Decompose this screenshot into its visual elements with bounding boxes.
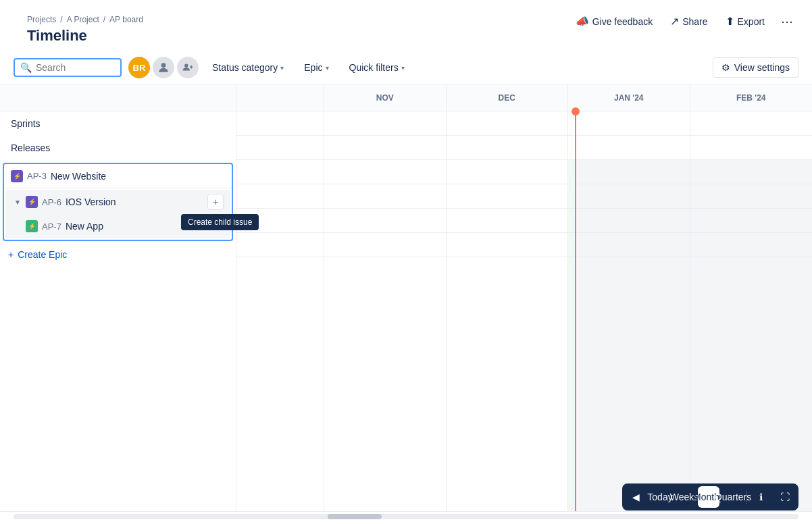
avatar-br[interactable]: BR bbox=[128, 57, 150, 78]
page-header: Projects / A Project / AP board Timeline… bbox=[0, 0, 812, 51]
expand-icon: ⛶ bbox=[780, 492, 790, 502]
nav-divider bbox=[746, 490, 747, 504]
share-button[interactable]: ↗ Share bbox=[663, 11, 714, 32]
svg-point-0 bbox=[161, 63, 166, 68]
epic-id-ap7: AP-7 bbox=[42, 221, 61, 232]
scrollbar-area bbox=[0, 511, 812, 521]
left-panel: Sprints Releases ⚡ AP-3 New Website bbox=[0, 84, 236, 511]
plus-icon: + bbox=[8, 249, 14, 260]
chevron-down-icon: ▾ bbox=[326, 64, 329, 72]
breadcrumb-project[interactable]: A Project bbox=[67, 15, 99, 24]
releases-grid-row bbox=[236, 136, 812, 160]
today-line bbox=[575, 111, 576, 511]
chevron-down-icon: ▾ bbox=[280, 64, 284, 72]
create-child-tooltip: Create child issue bbox=[181, 214, 259, 230]
breadcrumb-projects[interactable]: Projects bbox=[27, 15, 56, 24]
today-button[interactable]: Today bbox=[649, 486, 671, 508]
epic-filter[interactable]: Epic ▾ bbox=[297, 59, 335, 76]
ap6-grid-row bbox=[236, 184, 812, 209]
empty-grid-rows bbox=[236, 257, 812, 511]
megaphone-icon: 📣 bbox=[576, 15, 589, 28]
page-title: Timeline bbox=[14, 27, 157, 51]
view-settings-button[interactable]: ⚙ View settings bbox=[713, 57, 798, 78]
header-actions: 📣 Give feedback ↗ Share ⬆ Export ⋯ bbox=[569, 7, 798, 32]
avatar-group: BR bbox=[128, 57, 199, 78]
weeks-button[interactable]: Weeks bbox=[674, 486, 695, 508]
collapse-arrow-ap6[interactable]: ▼ bbox=[12, 196, 23, 207]
share-icon: ↗ bbox=[670, 15, 679, 28]
info-icon: ℹ bbox=[759, 492, 763, 502]
sprints-grid-row bbox=[236, 111, 812, 136]
left-header bbox=[0, 84, 236, 111]
more-button[interactable]: ⋯ bbox=[776, 11, 798, 32]
status-category-filter[interactable]: Status category ▾ bbox=[205, 59, 290, 76]
ap7-grid-row bbox=[236, 209, 812, 233]
month-dec: DEC bbox=[447, 84, 569, 111]
breadcrumb-sep2: / bbox=[103, 15, 105, 24]
add-child-button[interactable]: + bbox=[207, 194, 224, 210]
epic-section-ap6: ▼ ⚡ AP-6 IOS Version + Create child issu… bbox=[5, 190, 230, 238]
avatar-anon[interactable] bbox=[153, 57, 174, 78]
right-panel: NOV DEC JAN '24 FEB '24 bbox=[236, 84, 812, 511]
search-icon: 🔍 bbox=[20, 62, 32, 73]
search-box[interactable]: 🔍 bbox=[14, 58, 122, 77]
settings-icon: ⚙ bbox=[721, 62, 730, 73]
scroll-thumb[interactable] bbox=[328, 514, 382, 519]
month-nov: NOV bbox=[324, 84, 447, 111]
main-content: Sprints Releases ⚡ AP-3 New Website bbox=[0, 84, 812, 521]
epic-row-ap3[interactable]: ⚡ AP-3 New Website bbox=[4, 164, 232, 188]
create-epic-button[interactable]: + Create Epic bbox=[0, 244, 236, 265]
ap3-grid-row bbox=[236, 160, 812, 184]
bottom-nav: ◀ Today Weeks Months Quarters ℹ ⛶ bbox=[622, 483, 798, 510]
breadcrumb-sep1: / bbox=[60, 15, 62, 24]
today-marker bbox=[572, 107, 580, 115]
breadcrumb-board: AP board bbox=[109, 15, 143, 24]
month-cell-empty bbox=[236, 84, 324, 111]
epic-id-ap6: AP-6 bbox=[42, 197, 61, 207]
month-header: NOV DEC JAN '24 FEB '24 bbox=[236, 84, 812, 111]
prev-button[interactable]: ◀ bbox=[625, 486, 646, 508]
breadcrumb: Projects / A Project / AP board bbox=[14, 7, 157, 27]
quick-filters-filter[interactable]: Quick filters ▾ bbox=[342, 59, 411, 76]
epic-name-ap7: New App bbox=[66, 221, 103, 232]
quarters-button[interactable]: Quarters bbox=[722, 486, 744, 508]
search-input[interactable] bbox=[36, 62, 115, 73]
sprints-row-label: Sprints bbox=[0, 111, 236, 136]
header-left: Projects / A Project / AP board Timeline bbox=[14, 7, 157, 51]
create-epic-grid-row bbox=[236, 233, 812, 257]
add-assignee-button[interactable] bbox=[177, 57, 199, 78]
info-button[interactable]: ℹ bbox=[750, 486, 771, 508]
scroll-track[interactable] bbox=[14, 514, 798, 519]
epic-id-ap3: AP-3 bbox=[27, 171, 47, 181]
month-jan: JAN '24 bbox=[568, 84, 690, 111]
svg-point-1 bbox=[184, 63, 188, 67]
expand-button[interactable]: ⛶ bbox=[774, 486, 796, 508]
chevron-down-icon: ▾ bbox=[401, 64, 405, 72]
month-feb: FEB '24 bbox=[690, 84, 813, 111]
epic-icon-ap3: ⚡ bbox=[11, 170, 23, 182]
export-icon: ⬆ bbox=[726, 15, 734, 28]
export-button[interactable]: ⬆ Export bbox=[719, 11, 771, 32]
feedback-button[interactable]: 📣 Give feedback bbox=[569, 11, 660, 32]
timeline-wrapper: Sprints Releases ⚡ AP-3 New Website bbox=[0, 84, 812, 511]
prev-icon: ◀ bbox=[632, 492, 640, 502]
filter-bar: 🔍 BR Status category ▾ Epic ▾ Quick filt… bbox=[0, 51, 812, 84]
epic-name-ap6: IOS Version bbox=[66, 196, 116, 207]
epic-row-ap6[interactable]: ▼ ⚡ AP-6 IOS Version + Create child issu… bbox=[5, 190, 230, 214]
releases-row-label: Releases bbox=[0, 136, 236, 160]
epic-selection-box: ⚡ AP-3 New Website ▼ ⚡ AP-6 IOS Version bbox=[3, 163, 233, 241]
epic-icon-ap7: ⚡ bbox=[26, 220, 38, 232]
epic-icon-ap6: ⚡ bbox=[26, 196, 38, 208]
epic-name-ap3: New Website bbox=[51, 171, 106, 182]
